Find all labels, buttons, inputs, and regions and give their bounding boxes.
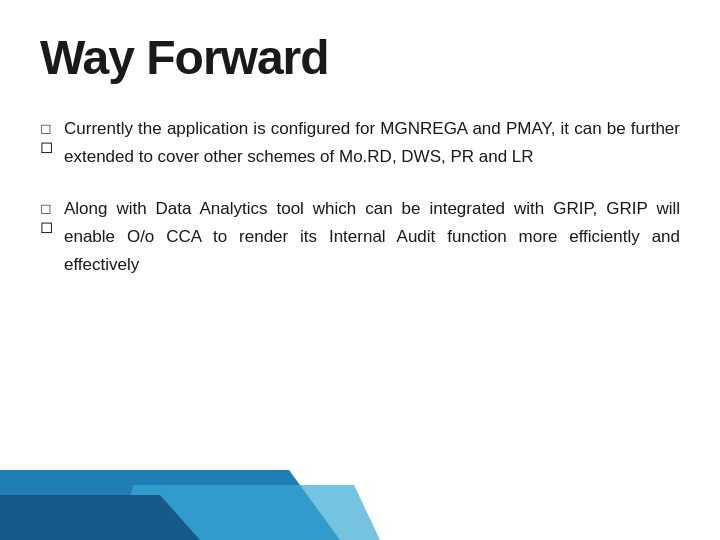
bullet-icon-2: ◻	[40, 199, 56, 215]
bullet-text-2: Along with Data Analytics tool which can…	[64, 195, 680, 279]
bullet-icon-1: ◻	[40, 119, 56, 135]
slide-title: Way Forward	[40, 30, 680, 85]
bullet-item-2: ◻ Along with Data Analytics tool which c…	[40, 195, 680, 279]
slide: Way Forward ◻ Currently the application …	[0, 0, 720, 540]
bottom-decoration	[0, 470, 720, 540]
bullet-text-1: Currently the application is configured …	[64, 115, 680, 171]
bullet-item-1: ◻ Currently the application is configure…	[40, 115, 680, 171]
